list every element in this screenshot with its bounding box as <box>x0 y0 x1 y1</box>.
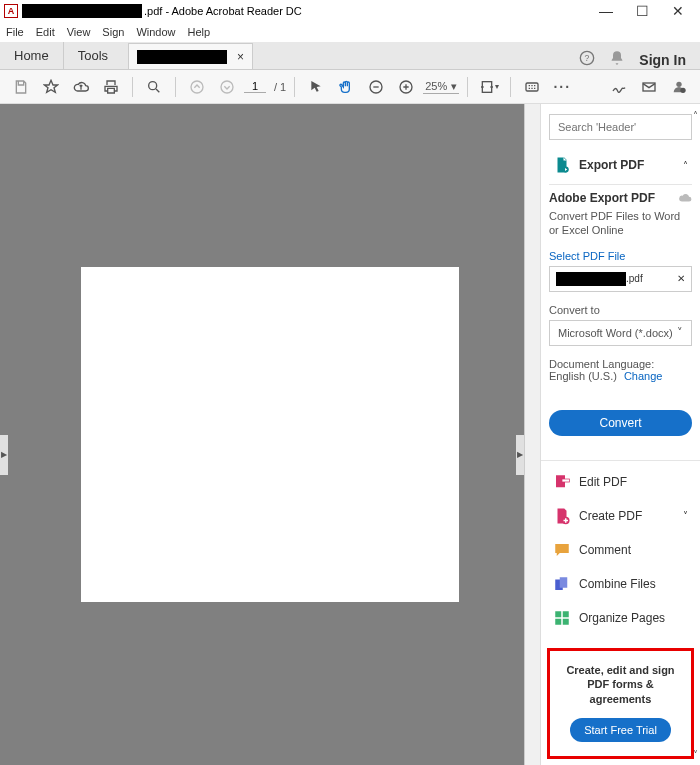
hand-tool-icon[interactable] <box>333 74 359 100</box>
page-down-icon[interactable] <box>214 74 240 100</box>
combine-files-icon <box>553 575 571 593</box>
redacted-filename <box>22 4 142 18</box>
tools-sidepanel: Export PDF ˄ Adobe Export PDF Convert PD… <box>540 104 700 765</box>
scroll-down-icon[interactable]: ˅ <box>688 747 700 761</box>
scroll-up-icon[interactable]: ˄ <box>688 108 700 122</box>
export-pdf-icon <box>553 156 571 174</box>
convert-format-select[interactable]: Microsoft Word (*.docx) ˅ <box>549 320 692 346</box>
promo-text: Create, edit and sign PDF forms & agreem… <box>558 663 683 706</box>
svg-rect-8 <box>526 83 538 91</box>
document-scrollbar[interactable] <box>524 104 540 765</box>
menubar: File Edit View Sign Window Help <box>0 22 700 42</box>
star-icon[interactable] <box>38 74 64 100</box>
share-email-icon[interactable] <box>636 74 662 100</box>
menu-edit[interactable]: Edit <box>36 26 55 38</box>
read-mode-icon[interactable] <box>519 74 545 100</box>
document-viewport[interactable]: ▶ ▶ <box>0 104 540 765</box>
zoom-value: 25% <box>425 80 447 92</box>
toolbar: / 1 25%▾ ▾ ··· <box>0 70 700 104</box>
select-file-label[interactable]: Select PDF File <box>549 250 692 262</box>
minimize-button[interactable]: — <box>588 0 624 22</box>
left-panel-toggle[interactable]: ▶ <box>0 435 8 475</box>
tabstrip: Home Tools × ? Sign In <box>0 42 700 70</box>
promo-box: Create, edit and sign PDF forms & agreem… <box>547 648 694 759</box>
menu-window[interactable]: Window <box>136 26 175 38</box>
print-icon[interactable] <box>98 74 124 100</box>
clear-file-icon[interactable]: ✕ <box>677 273 685 284</box>
organize-pages-icon <box>553 609 571 627</box>
menu-view[interactable]: View <box>67 26 91 38</box>
tool-organize-label: Organize Pages <box>579 611 665 625</box>
convert-format-value: Microsoft Word (*.docx) <box>558 327 673 339</box>
tool-redact[interactable]: Redact <box>549 635 692 643</box>
start-free-trial-button[interactable]: Start Free Trial <box>570 718 671 742</box>
tool-create-label: Create PDF <box>579 509 642 523</box>
svg-text:?: ? <box>585 53 590 63</box>
edit-pdf-icon <box>553 473 571 491</box>
convert-to-label: Convert to <box>549 304 692 316</box>
zoom-out-icon[interactable] <box>363 74 389 100</box>
notifications-icon[interactable] <box>609 50 625 69</box>
tool-create-pdf[interactable]: Create PDF ˅ <box>549 499 692 533</box>
find-icon[interactable] <box>141 74 167 100</box>
comment-icon <box>553 541 571 559</box>
page-number-input[interactable] <box>244 80 266 93</box>
more-icon[interactable]: ··· <box>549 74 575 100</box>
chevron-down-icon: ▾ <box>451 80 457 93</box>
export-pdf-header[interactable]: Export PDF ˄ <box>549 146 692 185</box>
sidepanel-scrollbar[interactable]: ˄ ˅ <box>688 104 700 765</box>
selected-file-ext: .pdf <box>626 273 643 284</box>
zoom-in-icon[interactable] <box>393 74 419 100</box>
window-title: .pdf - Adobe Acrobat Reader DC <box>144 5 302 17</box>
menu-help[interactable]: Help <box>188 26 211 38</box>
selected-file-chip[interactable]: .pdf ✕ <box>549 266 692 292</box>
app-icon: A <box>4 4 18 18</box>
page-up-icon[interactable] <box>184 74 210 100</box>
svg-rect-20 <box>555 618 561 624</box>
tool-combine-label: Combine Files <box>579 577 656 591</box>
help-icon[interactable]: ? <box>579 50 595 69</box>
pointer-tool-icon[interactable] <box>303 74 329 100</box>
svg-rect-18 <box>555 611 561 617</box>
sign-tool-icon[interactable] <box>606 74 632 100</box>
close-tab-button[interactable]: × <box>237 50 244 64</box>
svg-point-11 <box>680 87 685 92</box>
svg-rect-21 <box>563 618 569 624</box>
tab-home[interactable]: Home <box>0 42 64 69</box>
menu-file[interactable]: File <box>6 26 24 38</box>
svg-rect-19 <box>563 611 569 617</box>
close-window-button[interactable]: ✕ <box>660 0 696 22</box>
tool-comment[interactable]: Comment <box>549 533 692 567</box>
doclang-value: English (U.S.) <box>549 370 617 382</box>
cloud-upload-icon[interactable] <box>68 74 94 100</box>
redacted-selected-filename <box>556 272 626 286</box>
redacted-tab-name <box>137 50 227 64</box>
svg-rect-17 <box>560 577 568 588</box>
adobe-export-title: Adobe Export PDF <box>549 191 655 205</box>
search-tools-input[interactable] <box>549 114 692 140</box>
svg-point-2 <box>149 81 157 89</box>
export-description: Convert PDF Files to Word or Excel Onlin… <box>549 209 692 238</box>
zoom-select[interactable]: 25%▾ <box>423 80 459 94</box>
tool-organize-pages[interactable]: Organize Pages <box>549 601 692 635</box>
tab-tools[interactable]: Tools <box>64 42 122 69</box>
doclang-change-link[interactable]: Change <box>624 370 663 382</box>
export-pdf-label: Export PDF <box>579 158 683 172</box>
tab-document[interactable]: × <box>128 43 253 69</box>
tool-combine-files[interactable]: Combine Files <box>549 567 692 601</box>
page-total: / 1 <box>274 81 286 93</box>
svg-point-4 <box>221 81 233 93</box>
tool-edit-pdf[interactable]: Edit PDF <box>549 465 692 499</box>
fit-width-icon[interactable]: ▾ <box>476 74 502 100</box>
window-titlebar: A .pdf - Adobe Acrobat Reader DC — ☐ ✕ <box>0 0 700 22</box>
maximize-button[interactable]: ☐ <box>624 0 660 22</box>
doclang-label: Document Language: <box>549 358 654 370</box>
menu-sign[interactable]: Sign <box>102 26 124 38</box>
tool-edit-label: Edit PDF <box>579 475 627 489</box>
tool-comment-label: Comment <box>579 543 631 557</box>
convert-button[interactable]: Convert <box>549 410 692 436</box>
save-icon[interactable] <box>8 74 34 100</box>
profile-icon[interactable] <box>666 74 692 100</box>
sign-in-button[interactable]: Sign In <box>639 52 686 68</box>
right-panel-toggle[interactable]: ▶ <box>516 435 524 475</box>
